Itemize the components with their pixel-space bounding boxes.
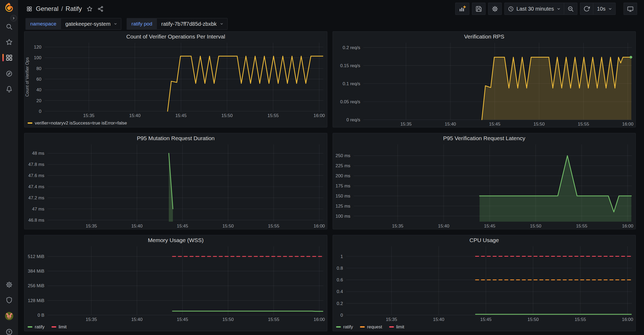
x-axis-tick: 15:40 [433, 317, 444, 322]
variable-ratify-pod: ratify pod ratify-7b7ff7d85d-zbxbk [127, 18, 227, 30]
apps-grid-icon [27, 6, 32, 12]
x-axis-tick: 15:55 [576, 224, 587, 229]
legend-item[interactable]: verifier=notaryv2 isSuccess=true isError… [28, 121, 127, 125]
panel-title[interactable]: Verification RPS [333, 32, 636, 41]
share-alt-icon [97, 6, 104, 12]
panel-legend: ratifylimit [24, 323, 327, 331]
chart-area: 15:3515:4015:4515:5015:5516:0000.20.40.6… [333, 245, 636, 323]
star-dashboard-button[interactable] [87, 6, 93, 12]
dashboard-grid: Count of Verifier Operations Per Interva… [24, 31, 636, 331]
cpu-usage-chart[interactable]: 15:3515:4015:4515:5015:5516:0000.20.40.6… [333, 245, 636, 323]
y-axis-tick: 80 [36, 66, 41, 71]
y-axis-tick: 0 req/s [346, 117, 360, 122]
legend-swatch [360, 326, 365, 328]
active-section-indicator [2, 54, 4, 61]
y-axis-tick: 128 MiB [28, 298, 44, 303]
chart-area: 15:3515:4015:4515:5015:5516:00100 ms125 … [333, 143, 636, 229]
variable-namespace-select[interactable]: gatekeeper-system [61, 18, 121, 30]
legend-item[interactable]: request [360, 325, 382, 329]
x-axis-tick: 15:55 [268, 113, 279, 118]
star-icon [6, 38, 13, 46]
dashboard-settings-button[interactable] [488, 3, 502, 15]
y-axis-tick: 46.8 ms [28, 218, 44, 223]
y-axis-tick: 175 ms [336, 183, 350, 188]
legend-swatch [336, 326, 341, 328]
sidebar-item-explore[interactable] [0, 67, 18, 80]
panel-title[interactable]: P95 Mutation Request Duration [24, 133, 327, 143]
legend-label: verifier=notaryv2 isSuccess=true isError… [35, 121, 127, 125]
sidebar-item-starred[interactable] [0, 35, 18, 49]
chevron-down-icon [608, 7, 612, 11]
add-panel-button[interactable] [455, 3, 469, 15]
share-dashboard-button[interactable] [97, 6, 104, 12]
grafana-logo[interactable] [4, 2, 14, 13]
memory-usage-chart[interactable]: 15:3515:4015:4515:5015:5516:000 B128 MiB… [24, 245, 327, 323]
time-range-picker[interactable]: Last 30 minutes [504, 3, 564, 15]
sidebar-item-profile[interactable] [0, 309, 18, 323]
sidebar-item-help[interactable]: ? [0, 325, 18, 335]
sidebar-item-configuration[interactable] [0, 278, 18, 291]
panel-title[interactable]: CPU Usage [333, 235, 636, 245]
alerting-bell-icon [6, 85, 13, 93]
y-axis-tick: 47.2 ms [28, 195, 44, 200]
x-axis-tick: 15:45 [175, 113, 187, 118]
x-axis-tick: 15:55 [578, 122, 589, 127]
x-axis-tick: 15:55 [575, 317, 586, 322]
panel-memory-usage: Memory Usage (WSS) 15:3515:4015:4515:501… [24, 235, 327, 331]
zoom-out-time-button[interactable] [564, 3, 577, 15]
sidebar-item-alerting[interactable] [0, 82, 18, 96]
x-axis-tick: 15:40 [438, 224, 449, 229]
chevron-down-icon [220, 22, 224, 26]
cycle-view-mode-button[interactable] [624, 3, 637, 15]
x-axis-tick: 15:40 [445, 122, 456, 127]
time-range-label: Last 30 minutes [517, 6, 554, 12]
help-question-icon: ? [6, 328, 13, 335]
save-icon [475, 6, 482, 12]
legend-item[interactable]: ratify [28, 325, 45, 329]
legend-item[interactable]: limit [51, 325, 67, 329]
legend-item[interactable]: ratify [336, 325, 353, 329]
legend-label: ratify [35, 325, 45, 329]
y-axis-tick: 0.2 req/s [343, 45, 360, 50]
y-axis-tick: 256 MiB [28, 283, 44, 288]
refresh-interval-picker[interactable]: 10s [593, 3, 616, 15]
sidebar-expand-button[interactable] [10, 15, 17, 22]
save-dashboard-button[interactable] [472, 3, 486, 15]
panel-title[interactable]: Count of Verifier Operations Per Interva… [24, 32, 327, 41]
refresh-controls: 10s [580, 3, 616, 15]
x-axis-tick: 15:50 [530, 224, 542, 229]
mutation-duration-chart[interactable]: 15:3515:4015:4515:5015:5516:0046.8 ms47 … [24, 143, 327, 229]
y-axis-tick: 20 [36, 98, 41, 103]
sidebar-item-search[interactable] [0, 20, 18, 33]
time-controls: Last 30 minutes [504, 3, 577, 15]
refresh-icon [583, 6, 590, 12]
verification-rps-chart[interactable]: 15:3515:4015:4515:5015:5516:000 req/s0.0… [333, 41, 636, 127]
explore-compass-icon [6, 70, 13, 77]
x-axis-tick: 15:35 [83, 113, 95, 118]
y-axis-tick: 384 MiB [28, 269, 44, 274]
x-axis-tick: 15:45 [177, 224, 188, 229]
variable-pod-select[interactable]: ratify-7b7ff7d85d-zbxbk [157, 18, 227, 30]
x-axis-tick: 15:40 [131, 224, 143, 229]
panel-legend: verifier=notaryv2 isSuccess=true isError… [24, 119, 327, 127]
verifier-operations-chart[interactable]: 15:3515:4015:4515:5015:5516:000204060801… [24, 41, 327, 119]
y-axis-tick: 0 [340, 313, 343, 318]
x-axis-tick: 16:00 [314, 113, 325, 118]
settings-gear-icon [6, 281, 13, 288]
panel-title[interactable]: P95 Verification Request Latency [333, 133, 636, 143]
chevron-down-icon [114, 22, 117, 26]
verification-latency-chart[interactable]: 15:3515:4015:4515:5015:5516:00100 ms125 … [333, 143, 636, 229]
y-axis-tick: 48 ms [32, 151, 44, 156]
y-axis-tick: 60 [36, 77, 41, 82]
refresh-button[interactable] [580, 3, 593, 15]
y-axis-tick: 120 [34, 45, 41, 50]
sidebar-item-dashboards[interactable] [0, 51, 18, 65]
search-icon [6, 23, 13, 30]
x-axis-tick: 15:50 [533, 122, 545, 127]
panel-title[interactable]: Memory Usage (WSS) [24, 235, 327, 245]
breadcrumb-folder[interactable]: General [36, 5, 58, 12]
y-axis-tick: 0 B [38, 313, 45, 318]
legend-item[interactable]: limit [389, 325, 404, 329]
sidebar-item-server-admin[interactable] [0, 293, 18, 307]
add-panel-icon [459, 5, 466, 12]
